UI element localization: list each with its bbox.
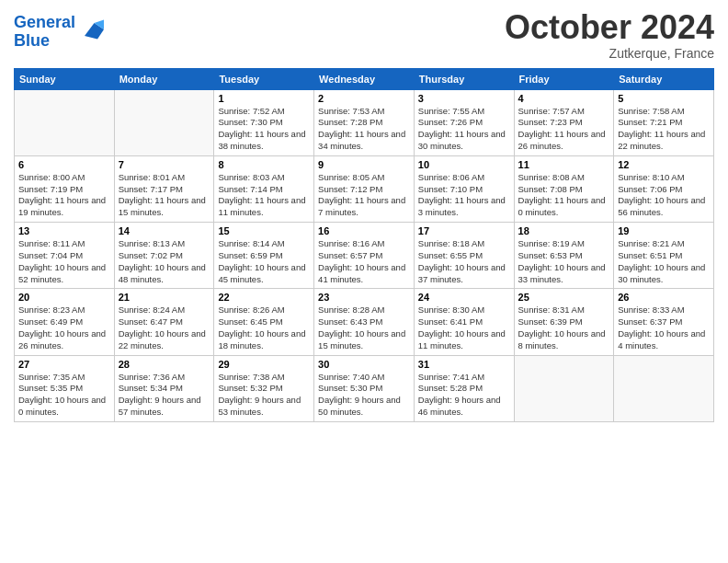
calendar-cell: 30Sunrise: 7:40 AMSunset: 5:30 PMDayligh…	[314, 355, 415, 421]
calendar-cell: 31Sunrise: 7:41 AMSunset: 5:28 PMDayligh…	[414, 355, 514, 421]
month-title: October 2024	[505, 9, 714, 46]
calendar-cell: 7Sunrise: 8:01 AMSunset: 7:17 PMDaylight…	[114, 155, 214, 222]
day-number: 26	[618, 292, 710, 303]
page: General Blue October 2024 Zutkerque, Fra…	[0, 0, 728, 563]
logo-subtext: Blue	[14, 32, 75, 51]
day-number: 5	[618, 93, 710, 104]
day-info: Sunrise: 8:31 AMSunset: 6:39 PMDaylight:…	[518, 304, 610, 351]
week-row-5: 27Sunrise: 7:35 AMSunset: 5:35 PMDayligh…	[15, 355, 714, 421]
calendar-cell: 6Sunrise: 8:00 AMSunset: 7:19 PMDaylight…	[15, 155, 115, 222]
day-number: 9	[318, 159, 410, 170]
calendar-cell: 15Sunrise: 8:14 AMSunset: 6:59 PMDayligh…	[214, 223, 314, 289]
day-number: 3	[418, 93, 510, 104]
weekday-header-monday: Monday	[114, 68, 214, 89]
week-row-2: 6Sunrise: 8:00 AMSunset: 7:19 PMDaylight…	[15, 155, 714, 222]
day-info: Sunrise: 8:33 AMSunset: 6:37 PMDaylight:…	[618, 304, 710, 351]
calendar-cell: 14Sunrise: 8:13 AMSunset: 7:02 PMDayligh…	[114, 223, 214, 289]
calendar-cell: 23Sunrise: 8:28 AMSunset: 6:43 PMDayligh…	[314, 289, 415, 355]
day-info: Sunrise: 8:16 AMSunset: 6:57 PMDaylight:…	[318, 238, 410, 285]
day-number: 27	[18, 359, 110, 370]
calendar-table: SundayMondayTuesdayWednesdayThursdayFrid…	[14, 68, 714, 422]
day-info: Sunrise: 7:55 AMSunset: 7:26 PMDaylight:…	[418, 106, 510, 153]
calendar-cell: 24Sunrise: 8:30 AMSunset: 6:41 PMDayligh…	[414, 289, 514, 355]
day-number: 31	[418, 359, 510, 370]
day-number: 16	[318, 225, 410, 236]
weekday-header-row: SundayMondayTuesdayWednesdayThursdayFrid…	[15, 68, 714, 89]
title-block: October 2024 Zutkerque, France	[505, 9, 714, 61]
calendar-cell: 22Sunrise: 8:26 AMSunset: 6:45 PMDayligh…	[214, 289, 314, 355]
logo-text: General	[14, 14, 75, 32]
calendar-cell: 2Sunrise: 7:53 AMSunset: 7:28 PMDaylight…	[314, 89, 415, 155]
calendar-cell: 11Sunrise: 8:08 AMSunset: 7:08 PMDayligh…	[514, 155, 614, 222]
weekday-header-wednesday: Wednesday	[314, 68, 415, 89]
day-info: Sunrise: 8:24 AMSunset: 6:47 PMDaylight:…	[119, 304, 210, 351]
calendar-cell	[15, 89, 115, 155]
day-info: Sunrise: 8:05 AMSunset: 7:12 PMDaylight:…	[318, 172, 410, 219]
day-info: Sunrise: 8:19 AMSunset: 6:53 PMDaylight:…	[518, 238, 610, 285]
day-number: 24	[418, 292, 510, 303]
day-number: 10	[418, 159, 510, 170]
day-info: Sunrise: 7:40 AMSunset: 5:30 PMDaylight:…	[318, 372, 410, 419]
calendar-cell: 26Sunrise: 8:33 AMSunset: 6:37 PMDayligh…	[614, 289, 714, 355]
day-number: 29	[218, 359, 310, 370]
weekday-header-sunday: Sunday	[15, 68, 115, 89]
day-number: 11	[518, 159, 610, 170]
calendar-cell: 8Sunrise: 8:03 AMSunset: 7:14 PMDaylight…	[214, 155, 314, 222]
day-info: Sunrise: 8:18 AMSunset: 6:55 PMDaylight:…	[418, 238, 510, 285]
day-info: Sunrise: 8:06 AMSunset: 7:10 PMDaylight:…	[418, 172, 510, 219]
weekday-header-tuesday: Tuesday	[214, 68, 314, 89]
day-number: 13	[18, 225, 110, 236]
day-info: Sunrise: 8:08 AMSunset: 7:08 PMDaylight:…	[518, 172, 610, 219]
week-row-4: 20Sunrise: 8:23 AMSunset: 6:49 PMDayligh…	[15, 289, 714, 355]
day-info: Sunrise: 7:36 AMSunset: 5:34 PMDaylight:…	[119, 372, 210, 419]
header: General Blue October 2024 Zutkerque, Fra…	[14, 9, 714, 61]
day-number: 23	[318, 292, 410, 303]
calendar-cell: 27Sunrise: 7:35 AMSunset: 5:35 PMDayligh…	[15, 355, 115, 421]
calendar-cell: 28Sunrise: 7:36 AMSunset: 5:34 PMDayligh…	[114, 355, 214, 421]
calendar-cell: 5Sunrise: 7:58 AMSunset: 7:21 PMDaylight…	[614, 89, 714, 155]
day-number: 19	[618, 225, 710, 236]
day-info: Sunrise: 7:35 AMSunset: 5:35 PMDaylight:…	[18, 372, 110, 419]
day-number: 14	[119, 225, 210, 236]
day-info: Sunrise: 7:52 AMSunset: 7:30 PMDaylight:…	[218, 106, 310, 153]
day-info: Sunrise: 7:41 AMSunset: 5:28 PMDaylight:…	[418, 372, 510, 419]
calendar-cell: 18Sunrise: 8:19 AMSunset: 6:53 PMDayligh…	[514, 223, 614, 289]
day-number: 30	[318, 359, 410, 370]
day-info: Sunrise: 8:30 AMSunset: 6:41 PMDaylight:…	[418, 304, 510, 351]
day-number: 12	[618, 159, 710, 170]
calendar-cell: 4Sunrise: 7:57 AMSunset: 7:23 PMDaylight…	[514, 89, 614, 155]
day-info: Sunrise: 8:23 AMSunset: 6:49 PMDaylight:…	[18, 304, 110, 351]
calendar-cell: 13Sunrise: 8:11 AMSunset: 7:04 PMDayligh…	[15, 223, 115, 289]
calendar-cell: 17Sunrise: 8:18 AMSunset: 6:55 PMDayligh…	[414, 223, 514, 289]
day-number: 8	[218, 159, 310, 170]
day-number: 7	[119, 159, 210, 170]
day-number: 6	[18, 159, 110, 170]
day-info: Sunrise: 8:26 AMSunset: 6:45 PMDaylight:…	[218, 304, 310, 351]
day-number: 25	[518, 292, 610, 303]
calendar-cell: 20Sunrise: 8:23 AMSunset: 6:49 PMDayligh…	[15, 289, 115, 355]
day-info: Sunrise: 8:00 AMSunset: 7:19 PMDaylight:…	[18, 172, 110, 219]
day-number: 1	[218, 93, 310, 104]
day-info: Sunrise: 8:21 AMSunset: 6:51 PMDaylight:…	[618, 238, 710, 285]
day-number: 17	[418, 225, 510, 236]
calendar-cell	[114, 89, 214, 155]
day-info: Sunrise: 8:10 AMSunset: 7:06 PMDaylight:…	[618, 172, 710, 219]
calendar-cell: 21Sunrise: 8:24 AMSunset: 6:47 PMDayligh…	[114, 289, 214, 355]
day-info: Sunrise: 8:01 AMSunset: 7:17 PMDaylight:…	[119, 172, 210, 219]
calendar-cell	[514, 355, 614, 421]
day-info: Sunrise: 7:58 AMSunset: 7:21 PMDaylight:…	[618, 106, 710, 153]
day-number: 18	[518, 225, 610, 236]
week-row-1: 1Sunrise: 7:52 AMSunset: 7:30 PMDaylight…	[15, 89, 714, 155]
day-info: Sunrise: 8:13 AMSunset: 7:02 PMDaylight:…	[119, 238, 210, 285]
calendar-cell: 3Sunrise: 7:55 AMSunset: 7:26 PMDaylight…	[414, 89, 514, 155]
day-info: Sunrise: 7:57 AMSunset: 7:23 PMDaylight:…	[518, 106, 610, 153]
day-number: 20	[18, 292, 110, 303]
day-number: 15	[218, 225, 310, 236]
calendar-cell: 1Sunrise: 7:52 AMSunset: 7:30 PMDaylight…	[214, 89, 314, 155]
day-number: 4	[518, 93, 610, 104]
day-info: Sunrise: 8:03 AMSunset: 7:14 PMDaylight:…	[218, 172, 310, 219]
day-number: 21	[119, 292, 210, 303]
calendar-cell: 10Sunrise: 8:06 AMSunset: 7:10 PMDayligh…	[414, 155, 514, 222]
logo-icon	[78, 17, 104, 42]
calendar-cell	[614, 355, 714, 421]
